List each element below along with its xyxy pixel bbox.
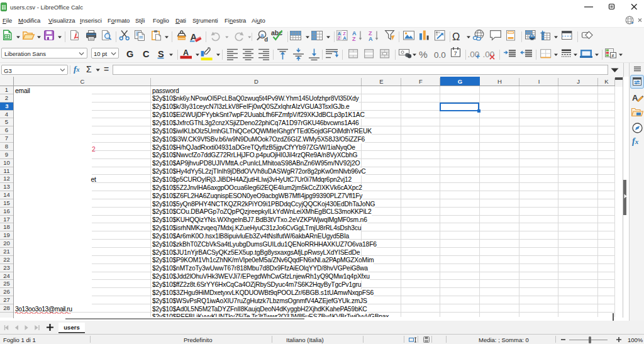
svg-text:a: a bbox=[260, 31, 264, 38]
svg-text:G: G bbox=[126, 49, 133, 59]
svg-text:S: S bbox=[158, 49, 164, 59]
svg-text:C: C bbox=[143, 49, 150, 59]
svg-text:Z: Z bbox=[352, 36, 356, 42]
svg-text:%: % bbox=[419, 49, 428, 60]
svg-text:Z: Z bbox=[338, 35, 341, 41]
svg-text:A: A bbox=[369, 36, 373, 42]
svg-text:7: 7 bbox=[454, 50, 457, 57]
svg-text:A: A bbox=[343, 35, 347, 41]
svg-text:d: d bbox=[264, 36, 268, 43]
svg-text:Ω: Ω bbox=[452, 31, 460, 42]
svg-text:≠: ≠ bbox=[611, 53, 614, 58]
svg-text:+: + bbox=[475, 52, 480, 61]
svg-text:0.0: 0.0 bbox=[434, 50, 446, 60]
